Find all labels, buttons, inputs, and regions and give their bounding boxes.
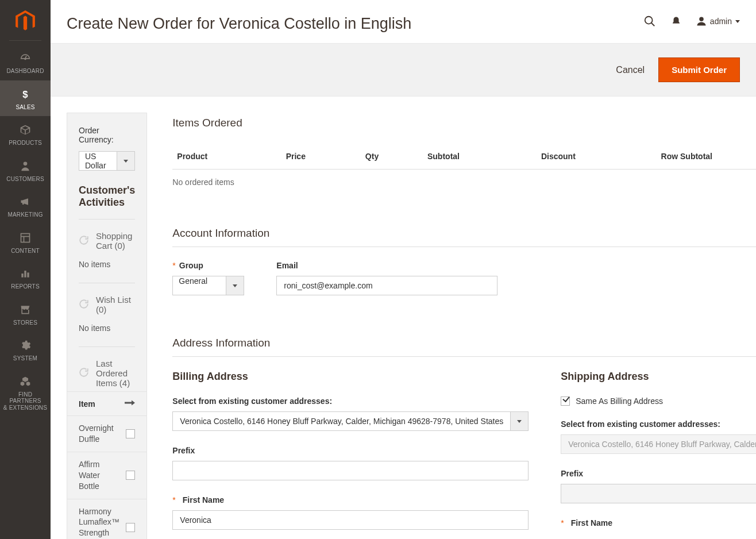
group-label: *Group	[172, 261, 244, 270]
chevron-down-icon	[226, 276, 244, 295]
billing-firstname-input[interactable]	[172, 510, 529, 530]
page-header: Create New Order for Veronica Costello i…	[51, 0, 756, 43]
reload-icon[interactable]	[79, 367, 89, 379]
column-discount: Discount	[537, 144, 657, 170]
svg-rect-4	[21, 233, 30, 242]
megaphone-icon	[19, 195, 32, 209]
nav-item-customers[interactable]: CUSTOMERS	[0, 152, 51, 188]
shipping-address-section: Shipping Address Same As Billing Address…	[561, 371, 756, 533]
billing-address-heading: Billing Address	[172, 371, 529, 383]
billing-address-select[interactable]: Veronica Costello, 6146 Honey Bluff Park…	[172, 411, 529, 431]
box-icon	[19, 123, 32, 137]
svg-point-12	[699, 17, 704, 22]
column-row-subtotal: Row Subtotal	[657, 144, 756, 170]
svg-rect-7	[21, 274, 23, 278]
wish-list-empty: No items	[79, 324, 135, 333]
shipping-prefix-label: Prefix	[561, 469, 756, 478]
last-ordered-table: Item Overnight DuffleAffirm Water Bottle…	[67, 391, 146, 539]
svg-point-10	[645, 17, 653, 24]
group-select[interactable]: General	[172, 276, 244, 295]
chevron-down-icon	[510, 411, 529, 431]
shipping-address-select: Veronica Costello, 6146 Honey Bluff Park…	[561, 434, 756, 454]
svg-rect-8	[24, 271, 26, 278]
billing-select-label: Select from existing customer addresses:	[172, 396, 529, 406]
customer-activities-heading: Customer's Activities	[79, 184, 135, 209]
action-bar: Cancel Submit Order	[51, 43, 756, 97]
bars-icon	[19, 267, 32, 280]
add-to-order-checkbox[interactable]	[126, 429, 135, 438]
column-subtotal: Subtotal	[423, 144, 537, 170]
nav-item-reports[interactable]: REPORTS	[0, 260, 51, 296]
column-qty: Qty	[361, 144, 423, 170]
nav-item-system[interactable]: SYSTEM	[0, 332, 51, 368]
order-currency-select[interactable]: US Dollar	[79, 151, 135, 171]
page-title: Create New Order for Veronica Costello i…	[67, 14, 411, 34]
shopping-cart-empty: No items	[79, 260, 135, 269]
checkbox-icon	[561, 396, 570, 406]
storefront-icon	[19, 303, 32, 317]
admin-user-menu[interactable]: admin	[696, 16, 740, 26]
last-ordered-name: Overnight Duffle	[79, 423, 126, 445]
admin-sidebar: DASHBOARD$SALESPRODUCTSCUSTOMERSMARKETIN…	[0, 0, 51, 539]
gauge-icon	[19, 51, 32, 65]
submit-order-button[interactable]: Submit Order	[658, 57, 740, 82]
item-column-header: Item	[79, 399, 95, 409]
shipping-select-label: Select from existing customer addresses:	[561, 419, 756, 429]
last-ordered-row: Overnight Duffle	[67, 416, 146, 452]
svg-point-0	[24, 58, 26, 60]
svg-rect-1	[25, 56, 27, 58]
items-ordered-table: ProductPriceQtySubtotalDiscountRow Subto…	[172, 144, 756, 170]
wish-list-heading[interactable]: Wish List (0)	[96, 295, 135, 314]
sidebar-divider	[9, 40, 41, 41]
svg-rect-9	[27, 272, 29, 277]
nav-item-sales[interactable]: $SALES	[0, 80, 51, 117]
nav-item-dashboard[interactable]: DASHBOARD	[0, 44, 51, 80]
last-ordered-heading[interactable]: Last Ordered Items (4)	[96, 359, 135, 388]
svg-text:$: $	[22, 88, 28, 99]
email-input[interactable]	[276, 276, 497, 295]
cubes-icon	[19, 375, 32, 388]
cancel-button[interactable]: Cancel	[616, 65, 645, 75]
add-to-order-checkbox[interactable]	[126, 471, 135, 480]
address-info-heading: Address Information	[172, 337, 756, 349]
arrow-right-icon	[125, 399, 135, 409]
nav-item-marketing[interactable]: MARKETING	[0, 188, 51, 224]
last-ordered-name: Harmony Lumaflex™ Strength Band Kit	[79, 506, 126, 539]
person-icon	[19, 159, 32, 173]
shipping-prefix-input	[561, 484, 756, 503]
last-ordered-name: Affirm Water Bottle	[79, 459, 126, 492]
reload-icon[interactable]	[79, 235, 89, 247]
billing-prefix-label: Prefix	[172, 446, 529, 455]
add-to-order-checkbox[interactable]	[126, 523, 135, 532]
search-icon[interactable]	[643, 15, 656, 28]
gear-icon	[19, 338, 32, 352]
nav-item-stores[interactable]: STORES	[0, 296, 51, 332]
last-ordered-row: Affirm Water Bottle	[67, 452, 146, 499]
notifications-icon[interactable]	[671, 16, 681, 26]
reload-icon[interactable]	[79, 299, 89, 311]
svg-point-3	[24, 161, 28, 165]
chevron-down-icon	[117, 151, 135, 171]
order-currency-label: Order Currency:	[79, 126, 135, 144]
last-ordered-row: Harmony Lumaflex™ Strength Band Kit	[67, 499, 146, 539]
magento-logo[interactable]	[0, 0, 51, 40]
svg-line-11	[651, 23, 655, 26]
nav-item-content[interactable]: CONTENT	[0, 224, 51, 260]
admin-user-label: admin	[710, 17, 732, 26]
shopping-cart-heading[interactable]: Shopping Cart (0)	[96, 231, 135, 251]
account-info-heading: Account Information	[172, 227, 756, 240]
items-ordered-empty: No ordered items	[172, 170, 756, 187]
dollar-icon: $	[19, 87, 32, 101]
billing-prefix-input[interactable]	[172, 461, 529, 480]
nav-item-products[interactable]: PRODUCTS	[0, 116, 51, 152]
billing-firstname-label: *First Name	[172, 495, 529, 505]
same-as-billing-checkbox[interactable]: Same As Billing Address	[561, 396, 756, 406]
items-ordered-heading: Items Ordered	[172, 117, 242, 129]
activities-panel: Order Currency: US Dollar Customer's Act…	[67, 113, 147, 539]
column-price: Price	[281, 144, 361, 170]
email-label: Email	[276, 261, 497, 270]
column-product: Product	[172, 144, 281, 170]
chevron-down-icon	[735, 20, 740, 23]
layout-icon	[19, 231, 32, 245]
nav-item-find-partners-extensions[interactable]: FIND PARTNERS& EXTENSIONS	[0, 368, 51, 417]
